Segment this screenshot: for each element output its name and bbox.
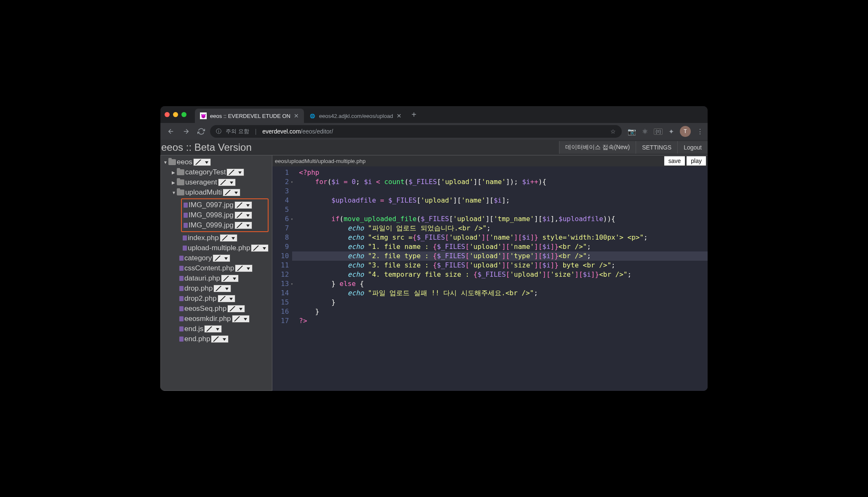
tree-menu-dropdown[interactable]	[251, 244, 269, 252]
code-editor[interactable]: 12▾3456▾78910111213▾14151617 <?php for($…	[272, 166, 708, 391]
tree-menu-dropdown[interactable]	[193, 158, 211, 166]
chevron-icon: ▼	[172, 190, 177, 195]
tree-file[interactable]: upload-multiple.php	[161, 243, 272, 253]
fold-icon[interactable]: ▾	[291, 214, 293, 224]
browser-tab-active[interactable]: 😈 eeos :: EVERDEVEL ETUDE ON ✕	[195, 109, 304, 123]
code-line[interactable]: if(move_uploaded_file($_FILES['upload'][…	[299, 214, 647, 224]
back-button[interactable]	[165, 125, 177, 138]
file-icon	[183, 235, 187, 240]
tab-close-icon[interactable]: ✕	[397, 112, 402, 119]
line-number: 12	[281, 270, 289, 279]
tree-label: categoryTest	[185, 168, 226, 176]
file-icon	[179, 316, 184, 321]
tree-menu-dropdown[interactable]	[223, 189, 240, 196]
tree-file[interactable]: end.php	[161, 334, 272, 344]
reload-button[interactable]	[195, 125, 208, 138]
line-number: 2▾	[281, 177, 289, 187]
url-input[interactable]: ⓘ 주의 요함 | everdevel.com/eeos/editor/ ☆	[210, 125, 622, 138]
tree-menu-dropdown[interactable]	[234, 222, 252, 229]
browser-tab-inactive[interactable]: 🌐 eeos42.adjkl.com/eeos/upload ✕	[304, 109, 407, 123]
fold-icon[interactable]: ▾	[291, 177, 293, 187]
code-line[interactable]: }	[299, 298, 647, 307]
tree-file[interactable]: IMG_0998.jpg	[182, 210, 268, 220]
tree-menu-dropdown[interactable]	[213, 285, 231, 292]
code-line[interactable]: echo "파일 업로드 실패 !! 다시 시도해주세요.<br />";	[299, 289, 647, 298]
tree-folder[interactable]: ▶categoryTest	[161, 167, 272, 177]
code-line[interactable]	[299, 205, 647, 214]
json-ext-icon[interactable]: {=}	[654, 128, 663, 135]
play-button[interactable]: play	[687, 156, 706, 166]
bookmark-star-icon[interactable]: ☆	[610, 128, 616, 135]
tab-favicon-icon: 😈	[200, 112, 207, 119]
fold-icon[interactable]: ▾	[291, 279, 293, 289]
tab-close-icon[interactable]: ✕	[294, 112, 299, 119]
tree-file[interactable]: eeosmkdir.php	[161, 314, 272, 324]
file-tree-sidebar[interactable]: ▼ eeos ▶categoryTest▶useragent▼uploadMul…	[160, 155, 272, 391]
code-line[interactable]: for($i = 0; $i < count($_FILES['upload']…	[299, 177, 647, 187]
code-line[interactable]: echo "1. file name : {$_FILES['upload'][…	[299, 242, 647, 251]
tree-menu-dropdown[interactable]	[227, 305, 245, 313]
code-content[interactable]: <?php for($i = 0; $i < count($_FILES['up…	[292, 166, 647, 391]
code-line[interactable]	[299, 187, 647, 196]
tree-menu-dropdown[interactable]	[218, 295, 235, 302]
line-number: 16	[281, 307, 289, 316]
code-line[interactable]: }	[299, 307, 647, 316]
code-line[interactable]: } else {	[299, 279, 647, 289]
window-close-icon[interactable]	[165, 112, 170, 117]
tree-file[interactable]: end.js	[161, 324, 272, 334]
tab-bar: 😈 eeos :: EVERDEVEL ETUDE ON ✕ 🌐 eeos42.…	[160, 106, 708, 123]
extensions-icon[interactable]: ✦	[668, 128, 674, 136]
window-minimize-icon[interactable]	[173, 112, 178, 117]
tree-menu-dropdown[interactable]	[221, 275, 239, 282]
tree-menu-dropdown[interactable]	[234, 211, 252, 219]
camera-icon[interactable]: 📷	[628, 128, 636, 136]
line-number: 7	[281, 224, 289, 233]
tree-menu-dropdown[interactable]	[204, 325, 222, 333]
highlighted-files-group: IMG_0997.jpgIMG_0998.jpgIMG_0999.jpg	[181, 198, 269, 232]
tree-file[interactable]: IMG_0999.jpg	[182, 220, 268, 230]
tree-menu-dropdown[interactable]	[226, 168, 244, 176]
tree-menu-dropdown[interactable]	[220, 234, 237, 242]
code-line[interactable]: <?php	[299, 168, 647, 177]
tab-title: eeos42.adjkl.com/eeos/upload	[319, 113, 393, 119]
code-line[interactable]: echo "3. file size : {$_FILES['upload'][…	[299, 261, 647, 270]
tree-menu-dropdown[interactable]	[232, 315, 250, 323]
tree-file[interactable]: category	[161, 253, 272, 263]
code-line[interactable]: echo "<img src ={$_FILES['upload']['name…	[299, 233, 647, 242]
file-icon	[183, 246, 187, 251]
tree-menu-dropdown[interactable]	[211, 335, 229, 343]
new-tab-button[interactable]: +	[412, 110, 417, 120]
window-maximize-icon[interactable]	[181, 112, 186, 117]
tree-menu-dropdown[interactable]	[234, 201, 252, 209]
code-line[interactable]: echo "파일이 업로드 되었습니다.<br />";	[299, 224, 647, 233]
tree-file[interactable]: datauri.php	[161, 273, 272, 283]
editor-area: eeos/uploadMulti/upload-multiple.php sav…	[272, 155, 708, 391]
db-connect-button[interactable]: 데이터베이스 접속(New)	[559, 141, 636, 154]
tree-menu-dropdown[interactable]	[235, 265, 253, 272]
tree-file[interactable]: index.php	[161, 233, 272, 243]
tree-file[interactable]: cssContent.php	[161, 263, 272, 273]
tree-folder[interactable]: ▶useragent	[161, 177, 272, 187]
settings-button[interactable]: SETTINGS	[636, 141, 677, 154]
tree-file[interactable]: drop2.php	[161, 294, 272, 304]
tree-menu-dropdown[interactable]	[213, 254, 230, 262]
code-line[interactable]: echo "4. temporary file size : {$_FILES[…	[299, 270, 647, 279]
tree-file[interactable]: eeosSeq.php	[161, 304, 272, 314]
tab-title: eeos :: EVERDEVEL ETUDE ON	[210, 113, 290, 119]
forward-button[interactable]	[180, 125, 192, 138]
profile-avatar[interactable]: T	[680, 126, 691, 137]
save-button[interactable]: save	[664, 156, 685, 166]
tree-file[interactable]: IMG_0997.jpg	[182, 200, 268, 210]
tree-folder[interactable]: ▼uploadMulti	[161, 187, 272, 198]
logout-button[interactable]: Logout	[677, 141, 708, 154]
line-number: 1	[281, 168, 289, 177]
code-line[interactable]: ?>	[299, 316, 647, 326]
code-line[interactable]: $uploadfile = $_FILES['upload']['name'][…	[299, 196, 647, 205]
tree-file[interactable]: drop.php	[161, 283, 272, 294]
tree-folder-root[interactable]: ▼ eeos	[161, 157, 272, 167]
tree-menu-dropdown[interactable]	[218, 179, 236, 186]
menu-icon[interactable]: ⋮	[697, 128, 703, 136]
tree-label: uploadMulti	[185, 188, 222, 197]
react-devtools-icon[interactable]: ⚛	[642, 128, 648, 136]
code-line[interactable]: echo "2. file type : {$_FILES['upload'][…	[292, 251, 708, 261]
